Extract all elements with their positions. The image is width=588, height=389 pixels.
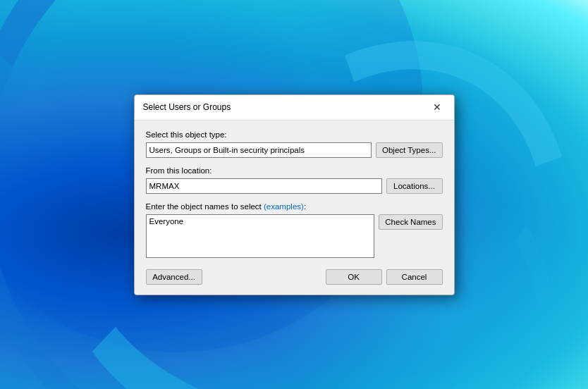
object-type-label: Select this object type:	[146, 130, 443, 139]
dialog-titlebar: Select Users or Groups ✕	[135, 95, 454, 121]
location-label: From this location:	[146, 166, 443, 175]
dialog-overlay: Select Users or Groups ✕ Select this obj…	[0, 0, 588, 389]
object-names-input-row: Check Names	[146, 214, 443, 258]
object-type-row: Object Types...	[146, 142, 443, 158]
ok-button[interactable]: OK	[326, 269, 382, 285]
dialog-body: Select this object type: Object Types...…	[135, 121, 454, 295]
enter-names-text: Enter the object names to select	[146, 202, 262, 211]
dialog-title: Select Users or Groups	[143, 102, 231, 112]
locations-button[interactable]: Locations...	[386, 178, 443, 194]
object-names-section: Enter the object names to select (exampl…	[146, 202, 443, 258]
object-type-input[interactable]	[146, 142, 372, 158]
object-names-label-row: Enter the object names to select (exampl…	[146, 202, 443, 211]
object-type-section: Select this object type: Object Types...	[146, 130, 443, 158]
footer-right-buttons: OK Cancel	[326, 269, 443, 285]
object-names-textarea[interactable]	[146, 214, 375, 258]
check-names-button[interactable]: Check Names	[379, 214, 442, 230]
location-section: From this location: Locations...	[146, 166, 443, 194]
dialog-box: Select Users or Groups ✕ Select this obj…	[134, 94, 455, 295]
colon-after-examples: :	[304, 202, 306, 211]
advanced-button[interactable]: Advanced...	[146, 269, 202, 285]
location-input[interactable]	[146, 178, 382, 194]
dialog-footer: Advanced... OK Cancel	[146, 268, 443, 285]
object-types-button[interactable]: Object Types...	[376, 142, 443, 158]
cancel-button[interactable]: Cancel	[386, 269, 443, 285]
dialog-close-button[interactable]: ✕	[429, 99, 446, 116]
examples-link[interactable]: (examples)	[264, 202, 304, 211]
select-users-groups-dialog: Select Users or Groups ✕ Select this obj…	[134, 94, 455, 295]
location-row: Locations...	[146, 178, 443, 194]
